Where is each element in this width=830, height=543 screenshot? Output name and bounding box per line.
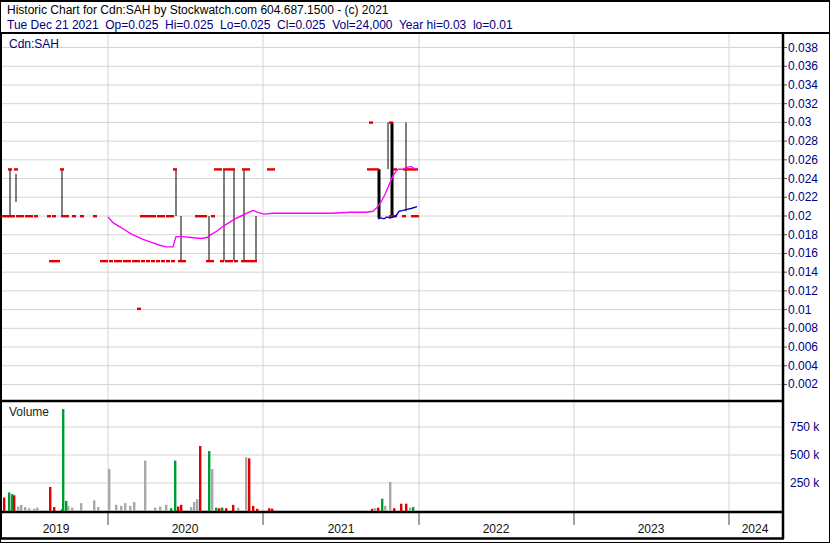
close-mark xyxy=(245,260,249,262)
volume-bar xyxy=(237,508,239,511)
close-mark xyxy=(166,215,170,217)
close-mark xyxy=(161,260,165,262)
volume-bar xyxy=(67,506,69,511)
volume-bar xyxy=(124,503,126,511)
close-mark xyxy=(137,308,141,310)
close-mark xyxy=(246,168,250,170)
close-mark xyxy=(195,215,199,217)
close-mark xyxy=(242,168,246,170)
volume-bar xyxy=(199,446,201,511)
close-mark xyxy=(16,215,20,217)
volume-bar xyxy=(24,507,26,511)
volume-bar xyxy=(120,506,122,511)
close-mark xyxy=(199,215,203,217)
volume-bar xyxy=(409,508,411,511)
close-mark xyxy=(132,260,136,262)
volume-tick-label: 750 k xyxy=(790,420,830,434)
close-mark xyxy=(411,215,415,217)
volume-bar xyxy=(36,508,38,511)
volume-bar xyxy=(405,504,407,511)
volume-bar xyxy=(177,507,179,511)
close-mark xyxy=(100,260,104,262)
close-mark xyxy=(146,260,150,262)
stock-chart-screenshot: Historic Chart for Cdn:SAH by Stockwatch… xyxy=(0,0,830,543)
volume-tick-label: 250 k xyxy=(790,476,830,490)
chart-plot-svg xyxy=(1,1,830,543)
close-mark xyxy=(210,260,214,262)
volume-bar xyxy=(115,505,117,511)
close-mark xyxy=(152,215,156,217)
price-tick-label: 0.006 xyxy=(788,340,828,354)
volume-bar xyxy=(129,506,131,511)
volume-bar xyxy=(248,458,250,511)
price-tick-label: 0.032 xyxy=(788,97,828,111)
close-mark xyxy=(227,168,231,170)
close-mark xyxy=(80,215,84,217)
volume-bar xyxy=(256,509,258,511)
close-mark xyxy=(72,215,76,217)
close-mark xyxy=(93,215,97,217)
close-mark xyxy=(220,260,224,262)
chart-title: Historic Chart for Cdn:SAH by Stockwatch… xyxy=(7,3,389,17)
close-mark xyxy=(56,260,60,262)
volume-bar xyxy=(381,499,383,511)
close-mark xyxy=(34,215,38,217)
volume-bar xyxy=(225,508,227,511)
close-mark xyxy=(271,168,275,170)
volume-bar xyxy=(400,504,402,511)
close-mark xyxy=(61,215,65,217)
close-mark xyxy=(29,215,33,217)
close-mark xyxy=(371,168,375,170)
volume-bar xyxy=(49,487,51,511)
volume-bar xyxy=(144,461,146,511)
volume-bar xyxy=(393,508,395,511)
volume-bar xyxy=(218,508,220,511)
close-mark xyxy=(229,260,233,262)
volume-bar xyxy=(33,509,35,511)
volume-bar xyxy=(174,461,176,511)
volume-bar xyxy=(28,508,30,511)
volume-bar xyxy=(196,499,198,511)
volume-bar xyxy=(190,507,192,511)
close-mark xyxy=(182,260,186,262)
close-mark xyxy=(65,215,69,217)
close-mark xyxy=(109,260,113,262)
close-mark xyxy=(20,215,24,217)
price-tick-label: 0.028 xyxy=(788,134,828,148)
volume-bar xyxy=(93,500,95,511)
close-mark xyxy=(211,215,215,217)
close-mark xyxy=(47,215,51,217)
volume-tick-label: 500 k xyxy=(790,448,830,462)
close-mark xyxy=(157,215,161,217)
quote-status-line: Tue Dec 21 2021 Op=0.025 Hi=0.025 Lo=0.0… xyxy=(7,18,513,32)
close-mark xyxy=(156,260,160,262)
close-mark xyxy=(375,168,379,170)
volume-bar xyxy=(159,507,161,511)
close-mark xyxy=(14,168,18,170)
close-mark xyxy=(223,168,227,170)
volume-bar xyxy=(80,503,82,511)
volume-bar xyxy=(389,482,391,511)
close-mark xyxy=(52,215,56,217)
close-mark xyxy=(144,215,148,217)
volume-bar xyxy=(211,469,213,511)
volume-bar xyxy=(232,505,234,511)
price-tick-label: 0.01 xyxy=(788,303,828,317)
volume-bar xyxy=(371,509,373,511)
close-mark xyxy=(123,260,127,262)
volume-bar xyxy=(377,508,379,511)
price-tick-label: 0.002 xyxy=(788,377,828,391)
close-mark xyxy=(178,260,182,262)
volume-bar xyxy=(8,493,10,511)
price-tick-label: 0.014 xyxy=(788,265,828,279)
price-tick-label: 0.024 xyxy=(788,172,828,186)
price-tick-label: 0.038 xyxy=(788,41,828,55)
close-mark xyxy=(206,260,210,262)
price-tick-label: 0.018 xyxy=(788,228,828,242)
close-mark xyxy=(140,215,144,217)
close-mark xyxy=(267,168,271,170)
close-mark xyxy=(171,260,175,262)
price-tick-label: 0.008 xyxy=(788,321,828,335)
close-mark xyxy=(214,168,218,170)
price-tick-label: 0.016 xyxy=(788,246,828,260)
